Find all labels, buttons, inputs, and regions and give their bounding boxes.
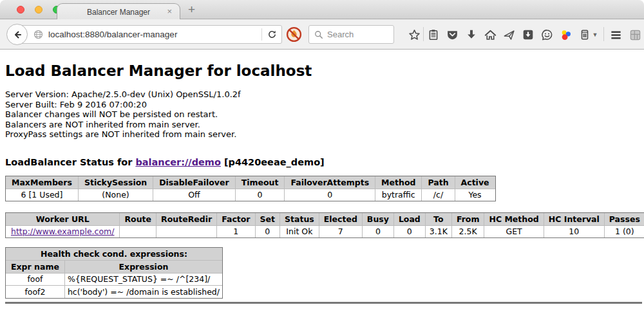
tab-balancer-manager[interactable]: Balancer Manager ×	[57, 3, 180, 20]
server-built-line: Server Built: Feb 9 2016 07:00:20	[5, 100, 644, 110]
browser-window: Balancer Manager × + localhost:8880/bala…	[0, 0, 644, 316]
color-dots-icon	[560, 29, 572, 41]
url-text[interactable]: localhost:8880/balancer-manager	[48, 30, 261, 39]
col-route: Route	[120, 213, 156, 226]
cell-maxmembers: 6 [1 Used]	[6, 189, 79, 201]
col-routeredir: RouteRedir	[156, 213, 217, 226]
tab-title: Balancer Manager	[87, 8, 150, 17]
chat-smiley-icon	[541, 29, 553, 41]
downloads-button[interactable]	[464, 27, 479, 42]
tab-groups-icon	[629, 29, 641, 41]
worker-table: Worker URL Route RouteRedir Factor Set S…	[5, 212, 644, 238]
cell-elected: 7	[319, 226, 363, 237]
table-header-row: MaxMembers StickySession DisableFailover…	[6, 176, 495, 189]
downloads-icon	[466, 29, 477, 41]
cell-timeout: 0	[236, 189, 285, 201]
cell-hc-interval: 10	[544, 226, 605, 237]
cell-passes: 1 (0)	[605, 226, 644, 237]
clipboard-icon	[428, 29, 439, 41]
col-active: Active	[455, 176, 495, 189]
inherit-warning-line: Balancers are NOT inherited from main se…	[5, 120, 644, 130]
tab-close-icon[interactable]: ×	[167, 6, 172, 16]
col-failoverattempts: FailoverAttempts	[285, 176, 375, 189]
download-box-button[interactable]	[520, 27, 536, 42]
table-caption-row: Health check cond. expressions:	[6, 248, 222, 261]
loadbalancer-status-heading: LoadBalancer Status forbalancer://demo[p…	[5, 157, 644, 167]
cell-expr-name-foof: foof	[6, 274, 65, 286]
balancer-summary-table: MaxMembers StickySession DisableFailover…	[5, 176, 496, 201]
titlebar: Balancer Manager × +	[0, 0, 644, 19]
col-from: From	[452, 213, 485, 226]
col-elected: Elected	[319, 213, 363, 226]
footer-divider	[5, 302, 642, 304]
col-hc-interval: HC Interval	[544, 213, 605, 226]
cell-expression-foof2: hc('body') =~ /domain is established/	[65, 286, 222, 298]
download-box-icon	[522, 29, 534, 41]
col-load: Load	[394, 213, 426, 226]
search-bar[interactable]	[308, 25, 394, 44]
home-icon	[484, 29, 497, 41]
menu-button[interactable]	[608, 27, 623, 42]
cell-disablefailover: Off	[153, 189, 235, 201]
col-busy: Busy	[363, 213, 394, 226]
cell-expr-name-foof2: foof2	[6, 286, 65, 298]
pocket-button[interactable]	[444, 27, 460, 42]
navigation-toolbar: localhost:8880/balancer-manager	[0, 19, 644, 50]
tab-groups-button[interactable]	[627, 27, 643, 42]
col-set: Set	[256, 213, 280, 226]
cell-load: 0	[394, 226, 426, 237]
persist-warning-line: Balancer changes will NOT be persisted o…	[5, 109, 644, 120]
cell-busy: 0	[363, 226, 394, 237]
table-header-row: Expr name Expression	[6, 261, 222, 274]
server-version-line: Server Version: Apache/2.5.0-dev (Unix) …	[5, 89, 644, 100]
cell-failoverattempts: 0	[285, 189, 375, 201]
reload-button[interactable]	[262, 30, 281, 39]
reload-icon	[267, 30, 277, 39]
cell-route	[120, 226, 156, 237]
cell-path: /c/	[422, 189, 455, 201]
health-check-table: Health check cond. expressions: Expr nam…	[5, 247, 223, 299]
clipboard-button[interactable]	[426, 27, 441, 42]
search-input[interactable]	[327, 30, 393, 39]
toolbar-divider-2	[603, 27, 604, 41]
col-worker-url: Worker URL	[6, 213, 120, 226]
chat-smiley-button[interactable]	[539, 27, 554, 42]
worker-url-link[interactable]: http://www.example.com/	[11, 227, 114, 236]
send-icon	[503, 29, 515, 41]
col-hc-method: HC Method	[484, 213, 544, 226]
col-status: Status	[280, 213, 319, 226]
server-info: Server Version: Apache/2.5.0-dev (Unix) …	[5, 89, 644, 140]
container-dropdown-button[interactable]: ▼	[591, 27, 600, 42]
col-passes: Passes	[605, 213, 644, 226]
cell-worker-url: http://www.example.com/	[6, 226, 120, 237]
col-maxmembers: MaxMembers	[6, 176, 79, 189]
menu-icon	[610, 29, 622, 41]
col-to: To	[426, 213, 452, 226]
col-timeout: Timeout	[236, 176, 285, 189]
cell-expression-foof: %{REQUEST_STATUS} =~ /^[234]/	[65, 274, 222, 286]
back-icon	[12, 30, 23, 40]
pocket-icon	[446, 29, 459, 41]
home-button[interactable]	[482, 27, 498, 42]
cell-to: 3.1K	[426, 226, 452, 237]
flash-block-icon[interactable]	[286, 26, 302, 42]
close-window-button[interactable]	[17, 6, 24, 14]
col-path: Path	[422, 176, 455, 189]
cell-factor: 1	[217, 226, 255, 237]
back-button[interactable]	[6, 24, 28, 45]
url-bar[interactable]: localhost:8880/balancer-manager	[17, 25, 282, 44]
dropdown-caret-icon: ▼	[592, 32, 598, 38]
color-dots-button[interactable]	[558, 27, 573, 42]
cell-method: bytraffic	[375, 189, 422, 201]
bookmark-star-button[interactable]	[406, 27, 422, 42]
new-tab-button[interactable]: +	[188, 3, 195, 17]
proxypass-warning-line: ProxyPass settings are NOT inherited fro…	[5, 129, 644, 140]
col-disablefailover: DisableFailover	[153, 176, 235, 189]
minimize-window-button[interactable]	[35, 6, 43, 14]
col-method: Method	[375, 176, 422, 189]
bookmark-star-icon	[408, 29, 421, 41]
balancer-demo-link[interactable]: balancer://demo	[135, 157, 221, 167]
cell-set: 0	[256, 226, 280, 237]
table-header-row: Worker URL Route RouteRedir Factor Set S…	[6, 213, 644, 226]
send-tab-button[interactable]	[501, 27, 516, 42]
